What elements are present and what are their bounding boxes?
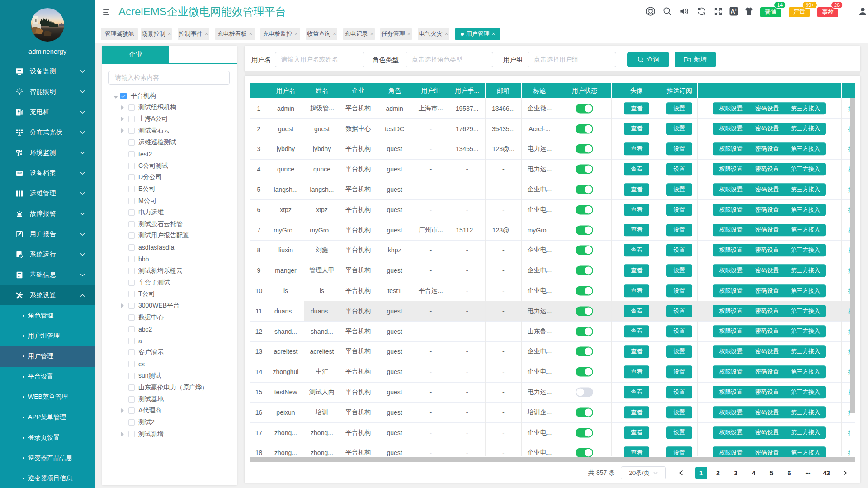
svg-text:文: 文: [734, 8, 737, 12]
